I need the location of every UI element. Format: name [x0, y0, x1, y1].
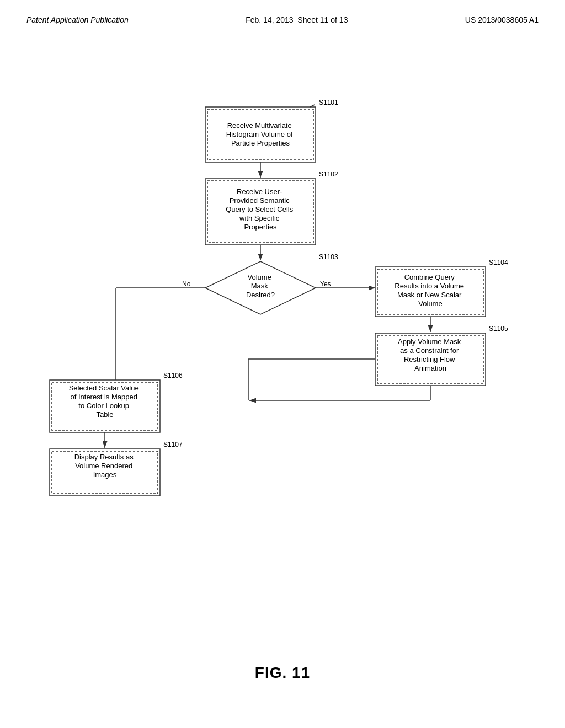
figure-label: FIG. 11: [0, 664, 565, 693]
s1104-id: S1104: [489, 259, 508, 266]
yes-label: Yes: [320, 280, 331, 288]
header-patent-number: US 2013/0038605 A1: [465, 15, 539, 24]
header-publication: Patent Application Publication: [26, 15, 129, 24]
s1101-id: S1101: [319, 99, 338, 106]
s1102-id: S1102: [319, 170, 338, 178]
s1107-id: S1107: [163, 441, 183, 448]
s1101-label: Receive Multivariate Histogram Volume of…: [226, 121, 295, 147]
s1105-id: S1105: [489, 325, 508, 333]
header-date-sheet: Feb. 14, 2013 Sheet 11 of 13: [246, 15, 348, 24]
s1103-id: S1103: [319, 253, 338, 261]
s1106-id: S1106: [163, 372, 183, 379]
no-label: No: [182, 280, 191, 288]
flowchart-diagram: Receive Multivariate Histogram Volume of…: [0, 30, 565, 664]
